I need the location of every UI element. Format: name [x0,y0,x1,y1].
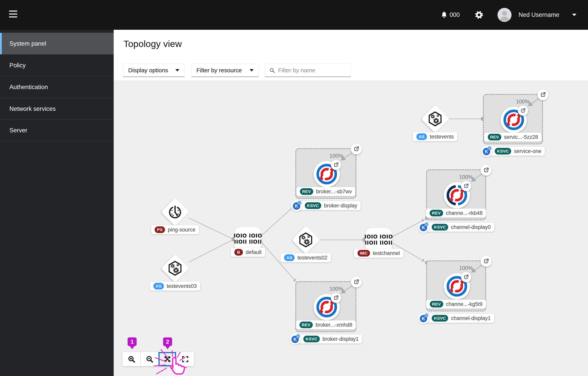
sidebar-item-label: Policy [10,62,26,69]
notification-count: 000 [450,11,460,18]
settings-button[interactable] [475,10,483,19]
sidebar-item-label: Network services [10,105,56,112]
annotation-marker-1: 1 [128,337,137,346]
filter-by-resource-label: Filter by resource [196,67,242,74]
chevron-down-icon [175,69,179,72]
user-menu-caret-icon[interactable] [572,13,577,16]
menu-toggle-icon[interactable] [9,9,20,20]
sidebar-nav: System panel Policy Authentication Netwo… [0,30,114,376]
hand-cursor-icon [165,354,185,376]
content-header: Topology view Display options Filter by … [114,30,588,80]
sidebar-item-server[interactable]: Server [0,119,114,141]
filter-by-name-input[interactable] [278,67,347,74]
bell-icon [441,11,448,19]
sidebar-item-policy[interactable]: Policy [0,54,114,76]
username[interactable]: Ned Username [519,11,559,18]
gear-icon [475,10,483,19]
top-bar: 000 Ned Username [0,0,588,30]
page-title: Topology view [123,38,182,49]
search-icon [269,67,275,74]
click-starburst [114,80,588,376]
sidebar-item-label: System panel [10,40,46,47]
topology-canvas[interactable]: 100% REV servic...-5zz28 K n KSVC servic… [114,80,588,376]
annotation-marker-2: 2 [163,337,172,346]
sidebar-item-system-panel[interactable]: System panel [0,32,114,54]
avatar[interactable] [497,8,512,22]
filter-by-resource-dropdown[interactable]: Filter by resource [191,64,259,77]
filter-by-name-searchbox [265,64,351,77]
sidebar-item-label: Server [10,127,27,134]
display-options-label: Display options [128,67,168,74]
notifications-button[interactable]: 000 [441,11,460,19]
chevron-down-icon [250,69,254,72]
display-options-dropdown[interactable]: Display options [123,64,184,77]
sidebar-item-authentication[interactable]: Authentication [0,76,114,98]
sidebar-item-network-services[interactable]: Network services [0,98,114,119]
sidebar-item-label: Authentication [10,84,48,91]
